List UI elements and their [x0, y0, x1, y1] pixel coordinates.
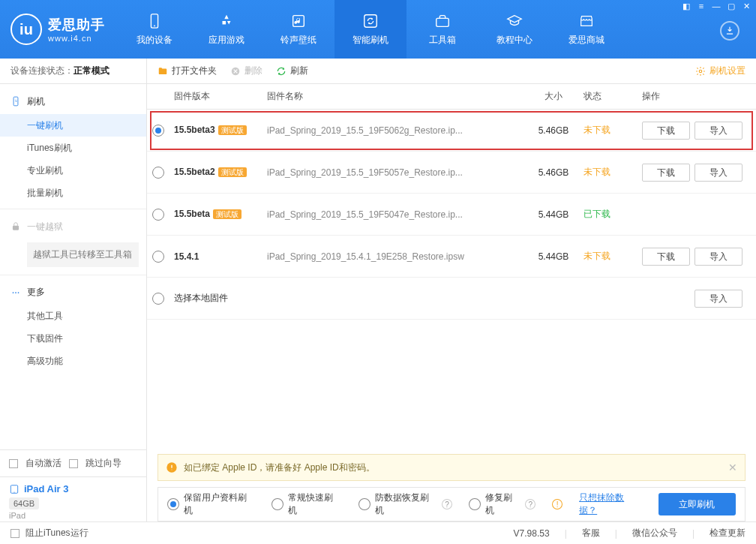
table-row[interactable]: 15.4.1iPad_Spring_2019_15.4.1_19E258_Res… — [147, 236, 756, 278]
auto-activate-checkbox[interactable] — [9, 459, 18, 468]
sidebar: 设备连接状态：正常模式 刷机 一键刷机 iTunes刷机 专业刷机 批量刷机 一… — [0, 59, 147, 521]
table-row[interactable]: 15.5beta3测试版iPad_Spring_2019_15.5_19F506… — [147, 110, 756, 152]
block-itunes-checkbox[interactable] — [10, 529, 20, 538]
svg-rect-6 — [13, 226, 19, 230]
firmware-name: iPad_Spring_2019_15.5_19F5062g_Restore.i… — [267, 125, 524, 136]
mode-anti-recovery[interactable]: 防数据恢复刷机 ? — [358, 491, 452, 517]
download-button[interactable]: 下载 — [642, 164, 690, 182]
sidebar-item-other[interactable]: 其他工具 — [0, 305, 146, 328]
flash-settings-button[interactable]: 刷机设置 — [695, 65, 746, 77]
firmware-size: 5.46GB — [524, 167, 584, 178]
radio-local[interactable] — [152, 293, 164, 305]
gear-icon — [695, 66, 706, 77]
minimize-icon[interactable]: — — [711, 2, 722, 11]
import-button[interactable]: 导入 — [694, 122, 742, 140]
svg-point-11 — [14, 491, 14, 492]
sidebar-item-download-fw[interactable]: 下载固件 — [0, 328, 146, 350]
theme-icon[interactable]: ◧ — [681, 2, 692, 11]
radio-mode2[interactable] — [272, 498, 284, 510]
download-button[interactable]: 下载 — [642, 248, 690, 266]
statusbar: 阻止iTunes运行 V7.98.53 | 客服 | 微信公众号 | 检查更新 — [0, 521, 756, 544]
radio-row[interactable] — [152, 167, 164, 179]
firmware-status: 未下载 — [584, 124, 636, 137]
close-icon[interactable]: ✕ — [741, 2, 752, 11]
store-icon — [578, 13, 595, 29]
skip-guide-checkbox[interactable] — [69, 459, 78, 468]
mode-normal[interactable]: 常规快速刷机 — [272, 491, 341, 517]
banner-close-icon[interactable]: ✕ — [728, 461, 737, 473]
firmware-status: 未下载 — [584, 250, 636, 263]
app-icon — [218, 13, 235, 29]
sidebar-item-advanced[interactable]: 高级功能 — [0, 350, 146, 373]
firmware-status: 已下载 — [584, 208, 636, 221]
download-manager-icon[interactable] — [720, 21, 740, 41]
support-link[interactable]: 客服 — [582, 527, 600, 539]
firmware-size: 5.44GB — [524, 209, 584, 220]
device-card[interactable]: iPad Air 3 64GB iPad — [0, 476, 146, 521]
svg-point-8 — [15, 292, 16, 293]
device-type: iPad — [9, 511, 137, 520]
nav-my-device[interactable]: 我的设备 — [118, 0, 190, 59]
wechat-link[interactable]: 微信公众号 — [632, 527, 677, 539]
open-folder-button[interactable]: 打开文件夹 — [158, 65, 217, 77]
jailbreak-note: 越狱工具已转移至工具箱 — [27, 242, 139, 267]
grad-cap-icon — [506, 13, 523, 29]
nav-flash[interactable]: 智能刷机 — [334, 0, 406, 59]
svg-point-1 — [154, 25, 155, 26]
firmware-version: 15.5beta3 — [174, 125, 215, 135]
appleid-banner: 如已绑定 Apple ID，请准备好 Apple ID和密码。 ✕ — [158, 454, 746, 481]
phone-icon — [146, 13, 163, 29]
table-row[interactable]: 15.5beta测试版iPad_Spring_2019_15.5_19F5047… — [147, 194, 756, 236]
import-local-button[interactable]: 导入 — [694, 290, 742, 308]
radio-row[interactable] — [152, 125, 164, 137]
mode-keep-data[interactable]: 保留用户资料刷机 — [167, 491, 255, 517]
radio-row[interactable] — [152, 251, 164, 263]
nav-store[interactable]: 爱思商城 — [550, 0, 622, 59]
radio-mode4[interactable] — [469, 498, 481, 510]
sidebar-head-more[interactable]: 更多 — [0, 280, 146, 305]
import-button[interactable]: 导入 — [694, 164, 742, 182]
firmware-name: iPad_Spring_2019_15.5_19F5057e_Restore.i… — [267, 167, 524, 178]
nav-media[interactable]: 铃声壁纸 — [262, 0, 334, 59]
refresh-small-icon — [276, 66, 286, 77]
help-icon[interactable]: ? — [442, 499, 452, 509]
nav-apps[interactable]: 应用游戏 — [190, 0, 262, 59]
local-firmware-row[interactable]: 选择本地固件 导入 — [147, 278, 756, 320]
radio-mode1[interactable] — [167, 498, 179, 510]
nav-toolbox[interactable]: 工具箱 — [406, 0, 478, 59]
import-button[interactable]: 导入 — [694, 248, 742, 266]
logo[interactable]: iu 爱思助手 www.i4.cn — [0, 14, 118, 45]
svg-rect-4 — [436, 18, 449, 26]
refresh-button[interactable]: 刷新 — [276, 65, 308, 77]
flash-icon — [10, 96, 21, 107]
sidebar-item-oneclick[interactable]: 一键刷机 — [0, 114, 146, 137]
mode-repair[interactable]: 修复刷机 ? — [469, 491, 536, 517]
folder-icon — [158, 66, 168, 77]
radio-row[interactable] — [152, 209, 164, 221]
download-button[interactable]: 下载 — [642, 122, 690, 140]
firmware-name: iPad_Spring_2019_15.5_19F5047e_Restore.i… — [267, 209, 524, 220]
sidebar-head-flash[interactable]: 刷机 — [0, 89, 146, 114]
table-row[interactable]: 15.5beta2测试版iPad_Spring_2019_15.5_19F505… — [147, 152, 756, 194]
delete-button: 删除 — [230, 65, 262, 77]
update-link[interactable]: 检查更新 — [710, 527, 746, 539]
maximize-icon[interactable]: ▢ — [726, 2, 736, 11]
erase-link[interactable]: 只想抹除数据？ — [579, 491, 641, 517]
info-icon[interactable]: ! — [552, 499, 562, 509]
firmware-name: iPad_Spring_2019_15.4.1_19E258_Restore.i… — [267, 251, 524, 262]
flash-now-button[interactable]: 立即刷机 — [658, 493, 736, 515]
help-icon[interactable]: ? — [525, 499, 536, 509]
logo-badge: iu — [10, 14, 42, 45]
lock-icon — [10, 221, 21, 232]
radio-mode3[interactable] — [358, 498, 370, 510]
sidebar-item-pro[interactable]: 专业刷机 — [0, 159, 146, 182]
delete-icon — [230, 66, 241, 77]
beta-tag: 测试版 — [218, 167, 247, 177]
menu-icon[interactable]: ≡ — [696, 2, 706, 11]
sidebar-item-batch[interactable]: 批量刷机 — [0, 182, 146, 204]
sidebar-item-itunes[interactable]: iTunes刷机 — [0, 137, 146, 159]
header: iu 爱思助手 www.i4.cn 我的设备 应用游戏 铃声壁纸 智能刷机 工具… — [0, 0, 756, 59]
nav-tutorials[interactable]: 教程中心 — [478, 0, 550, 59]
more-icon — [10, 287, 21, 298]
music-icon — [290, 13, 307, 29]
